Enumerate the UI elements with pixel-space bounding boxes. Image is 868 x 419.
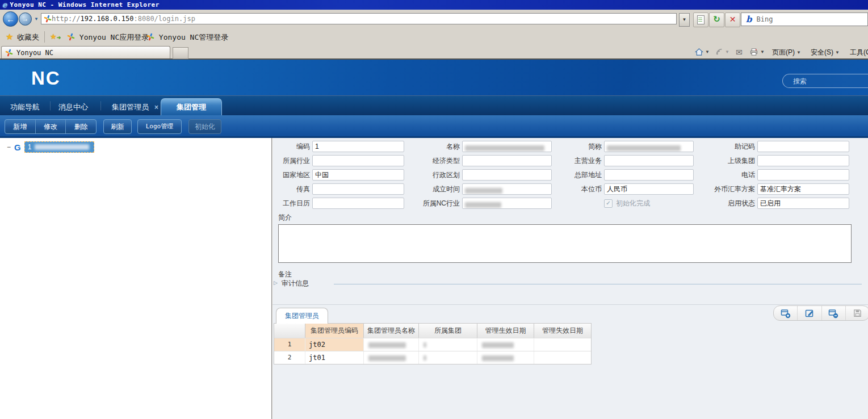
tree-node-selected[interactable]: 1 <box>24 141 95 153</box>
favorite-link-admin-login[interactable]: Yonyou NC管理登录 <box>146 32 228 43</box>
tab-group-admin[interactable]: 集团管理员× <box>112 102 158 112</box>
url-scheme: http:// <box>52 15 81 23</box>
exchange-rate-plan-field[interactable]: 基准汇率方案 <box>757 183 849 195</box>
yonyou-favicon <box>44 15 52 23</box>
column-header-end-date[interactable]: 管理失效日期 <box>534 324 591 338</box>
safety-menu[interactable]: 安全(S)▼ <box>811 48 840 57</box>
column-header-code[interactable]: 集团管理员编码 <box>305 324 364 338</box>
column-header-group[interactable]: 所属集团 <box>419 324 477 338</box>
redacted-node-name <box>35 144 89 150</box>
redacted-value <box>607 145 681 151</box>
tab-separator <box>50 102 51 110</box>
table-row[interactable]: 2 jt01 <box>274 351 591 364</box>
phone-field[interactable] <box>757 169 849 181</box>
admin-division-field[interactable] <box>462 169 552 181</box>
add-favorite-icon[interactable]: ★➜ <box>50 32 61 41</box>
name-cell <box>364 338 419 351</box>
refresh-data-button[interactable]: 刷新 <box>103 119 132 134</box>
edit-row-button[interactable] <box>797 306 821 320</box>
modify-button[interactable]: 修改 <box>35 120 66 133</box>
browser-tab-yonyou-nc[interactable]: Yonyou NC <box>1 46 170 58</box>
tools-menu[interactable]: 工具(O) <box>850 48 868 57</box>
home-button[interactable]: ▼ <box>695 48 710 56</box>
new-tab-button[interactable] <box>173 47 188 59</box>
address-dropdown-button[interactable]: ▼ <box>679 13 690 27</box>
code-cell: jt02 <box>305 338 364 351</box>
home-icon <box>695 48 703 56</box>
code-field[interactable]: 1 <box>312 141 404 152</box>
checkbox-label: 初始化完成 <box>616 199 650 208</box>
work-calendar-field[interactable] <box>312 198 404 209</box>
favorites-bar: ★ 收藏夹 ★➜ Yonyou NC应用登录 Yonyou NC管理登录 <box>0 28 868 46</box>
compatibility-view-button[interactable] <box>693 12 708 27</box>
tab-separator <box>100 102 101 110</box>
name-field[interactable] <box>462 141 552 152</box>
redacted-value <box>465 188 502 194</box>
fax-field[interactable] <box>312 183 404 195</box>
checkbox-checked-icon[interactable]: ✓ <box>604 199 613 208</box>
window-titlebar: e Yonyou NC - Windows Internet Explorer <box>0 0 868 10</box>
parent-group-field[interactable] <box>757 155 849 166</box>
founding-date-field[interactable] <box>462 183 552 195</box>
field-label: 成立时间 <box>397 183 460 195</box>
add-button[interactable]: 新增 <box>5 120 35 133</box>
refresh-button[interactable]: ↻ <box>709 12 724 27</box>
end-date-cell <box>534 351 591 364</box>
recent-pages-dropdown-icon[interactable]: ▼ <box>34 16 39 22</box>
tree-node-group[interactable]: − G 1 <box>7 141 94 153</box>
delete-button[interactable]: 删除 <box>65 120 96 133</box>
forward-button[interactable]: → <box>19 12 32 26</box>
app-search-input[interactable]: 搜索 <box>782 74 868 88</box>
column-header-start-date[interactable]: 管理生效日期 <box>477 324 534 338</box>
table-row-selected[interactable]: 1 jt02 <box>274 338 591 351</box>
tab-function-nav[interactable]: 功能导航 <box>10 102 40 112</box>
search-engine-label: Bing <box>757 15 773 23</box>
yonyou-logo-icon <box>146 33 154 41</box>
audit-label: 审计信息 <box>282 279 309 288</box>
feeds-button[interactable]: ▼ <box>715 48 729 56</box>
row-number-header[interactable] <box>274 324 305 338</box>
close-tab-icon[interactable]: × <box>154 103 158 111</box>
print-button[interactable]: ▼ <box>749 48 765 56</box>
favorites-star-icon[interactable]: ★ <box>6 32 13 42</box>
field-label: 工作日历 <box>275 198 310 209</box>
group-admin-subtab[interactable]: 集团管理员 <box>276 308 328 324</box>
field-label: 上级集团 <box>680 155 755 166</box>
tree-collapse-icon[interactable]: − <box>7 143 11 151</box>
tab-group-management-active[interactable]: 集团管理 <box>161 98 222 116</box>
read-mail-button[interactable]: ✉ <box>736 48 743 57</box>
logo-management-button[interactable]: Logo管理 <box>137 119 182 134</box>
tab-message-center[interactable]: 消息中心 <box>58 102 88 112</box>
country-region-field[interactable]: 中国 <box>312 169 404 181</box>
init-complete-checkbox-group: ✓ 初始化完成 <box>604 198 650 209</box>
ie-icon: e <box>2 1 7 9</box>
tools-menu-label: 工具(O) <box>850 48 868 57</box>
enable-status-field[interactable]: 已启用 <box>757 198 849 209</box>
start-date-cell <box>477 338 534 351</box>
back-button[interactable]: ← <box>3 11 18 27</box>
favorite-link-app-login[interactable]: Yonyou NC应用登录 <box>67 32 149 43</box>
economic-type-field[interactable] <box>462 155 552 166</box>
add-row-button[interactable] <box>774 306 797 320</box>
field-label: 本位币 <box>539 183 602 195</box>
printer-icon <box>749 48 758 56</box>
column-header-name[interactable]: 集团管理员名称 <box>364 324 419 338</box>
page-menu[interactable]: 页面(P)▼ <box>772 48 801 57</box>
url-host: 192.168.0.150 <box>81 15 134 23</box>
mnemonic-field[interactable] <box>757 141 849 152</box>
intro-textarea[interactable] <box>278 224 852 263</box>
favorites-button[interactable]: 收藏夹 <box>17 32 39 43</box>
delete-row-button[interactable] <box>821 306 845 320</box>
address-bar[interactable]: http://192.168.0.150:8080/login.jsp <box>41 13 677 24</box>
field-label: 经济类型 <box>397 155 460 166</box>
nc-industry-field[interactable] <box>462 198 552 209</box>
industry-field[interactable] <box>312 155 404 166</box>
nc-app-header: NC 搜索 <box>0 60 868 95</box>
group-cell <box>419 351 477 364</box>
save-icon <box>853 308 862 318</box>
search-box[interactable]: b Bing <box>741 12 868 26</box>
field-label: 启用状态 <box>680 198 755 209</box>
stop-button[interactable]: ✕ <box>725 12 740 27</box>
audit-expander-icon[interactable]: ▷ <box>274 280 278 286</box>
end-date-cell <box>534 338 591 351</box>
